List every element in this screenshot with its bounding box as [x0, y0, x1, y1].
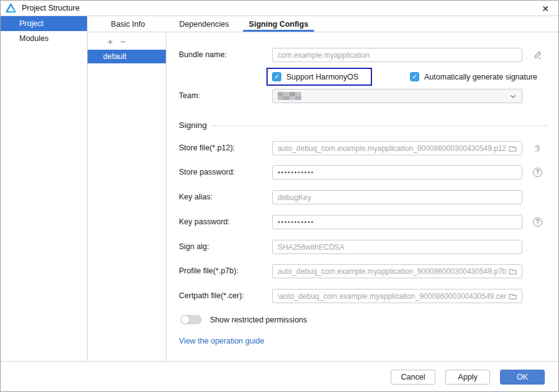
- store-password-input[interactable]: •••••••••••: [272, 165, 522, 180]
- key-password-label: Key password:: [179, 215, 230, 229]
- sidebar-item-modules[interactable]: Modules: [1, 31, 87, 46]
- show-restricted-label: Show restricted permissions: [210, 313, 307, 327]
- folder-icon[interactable]: [509, 293, 517, 300]
- remove-config-button[interactable]: −: [120, 37, 126, 46]
- guide-link-row: View the operation guide: [166, 336, 559, 350]
- key-alias-value: debugKey: [278, 193, 311, 202]
- show-restricted-toggle[interactable]: [181, 315, 202, 324]
- add-config-button[interactable]: +: [107, 37, 113, 46]
- certpath-file-label: Certpath file(*.cer):: [179, 289, 244, 303]
- key-password-input[interactable]: •••••••••••: [272, 215, 522, 229]
- sign-alg-row: Sign alg: SHA256withECDSA: [166, 240, 559, 254]
- key-alias-row: Key alias: debugKey: [166, 190, 559, 204]
- apply-button[interactable]: Apply: [445, 370, 490, 385]
- tab-signing-configs[interactable]: Signing Configs: [243, 16, 314, 32]
- signing-section-header: Signing: [179, 121, 547, 130]
- certpath-file-input[interactable]: \auto_debuq_com.example.myapplication_90…: [272, 289, 522, 303]
- chevron-down-icon: [509, 93, 517, 100]
- profile-file-label: Profile file(*.p7b):: [179, 264, 239, 278]
- project-structure-dialog: Project Structure ✕ Project Modules Basi…: [0, 0, 559, 392]
- store-file-value: auto_debuq_com.example.myapplication_900…: [278, 144, 506, 153]
- profile-file-value: auto_debuq_com.example.myapplication_900…: [278, 267, 506, 276]
- support-harmonyos-label: Support HarmonyOS: [286, 73, 358, 81]
- key-password-row: Key password: •••••••••••: [166, 215, 559, 229]
- sign-alg-input[interactable]: SHA256withECDSA: [272, 240, 522, 254]
- title-bar: Project Structure ✕: [1, 1, 558, 16]
- profile-file-input[interactable]: auto_debuq_com.example.myapplication_900…: [272, 264, 522, 278]
- checkbox-row: ✓ Support HarmonyOS ✓ Automatically gene…: [166, 70, 559, 88]
- key-password-help-icon[interactable]: ?: [532, 217, 543, 227]
- section-divider: [212, 125, 547, 126]
- tab-dependencies[interactable]: Dependencies: [175, 16, 234, 32]
- team-value-redacted: [278, 92, 301, 100]
- key-password-value: •••••••••••: [278, 215, 314, 229]
- sign-alg-value: SHA256withECDSA: [278, 243, 344, 252]
- store-password-row: Store password: •••••••••••: [166, 165, 559, 180]
- team-row: Team:: [166, 89, 559, 103]
- store-password-help-icon[interactable]: ?: [532, 167, 543, 178]
- sidebar-item-project[interactable]: Project: [1, 16, 87, 31]
- dialog-footer: Cancel Apply OK: [1, 361, 558, 392]
- signing-section-title: Signing: [179, 121, 207, 130]
- signing-config-list: + − default: [88, 32, 166, 361]
- close-icon[interactable]: ✕: [539, 2, 552, 14]
- window-title: Project Structure: [22, 4, 80, 12]
- toggle-knob: [181, 316, 189, 324]
- ok-button[interactable]: OK: [500, 370, 545, 385]
- store-file-input[interactable]: auto_debuq_com.example.myapplication_900…: [272, 141, 522, 155]
- cancel-button[interactable]: Cancel: [391, 370, 435, 385]
- sign-alg-label: Sign alg:: [179, 240, 209, 254]
- key-alias-input[interactable]: debugKey: [272, 190, 522, 204]
- support-harmonyos-highlight: ✓ Support HarmonyOS: [266, 68, 372, 86]
- support-harmonyos-checkbox[interactable]: ✓: [272, 72, 281, 81]
- auto-signature-checkbox[interactable]: ✓: [410, 72, 419, 81]
- team-dropdown[interactable]: [272, 89, 522, 103]
- certpath-file-row: Certpath file(*.cer): \auto_debuq_com.ex…: [166, 289, 559, 303]
- auto-signature-label: Automatically generate signature: [424, 73, 537, 81]
- bundle-name-input[interactable]: com.example.myapplication: [272, 48, 522, 62]
- store-password-label: Store password:: [179, 165, 235, 180]
- signing-config-form: Bundle name: com.example.myapplication ✓…: [166, 32, 559, 361]
- deveco-logo-icon: [6, 3, 16, 14]
- bundle-name-label: Bundle name:: [179, 48, 227, 62]
- fingerprint-icon[interactable]: [532, 142, 542, 153]
- edit-pencil-icon[interactable]: [532, 50, 543, 60]
- restricted-permissions-row: Show restricted permissions: [166, 313, 559, 327]
- team-label: Team:: [179, 89, 200, 103]
- operation-guide-link[interactable]: View the operation guide: [179, 336, 264, 346]
- config-list-toolbar: + −: [88, 32, 166, 50]
- key-alias-label: Key alias:: [179, 190, 212, 204]
- bundle-name-value: com.example.myapplication: [278, 51, 370, 60]
- tab-bar: Basic Info Dependencies Signing Configs: [88, 16, 559, 32]
- config-item-default[interactable]: default: [88, 50, 166, 63]
- store-file-row: Store file(*.p12): auto_debuq_com.exampl…: [166, 141, 559, 155]
- certpath-file-value: \auto_debuq_com.example.myapplication_90…: [278, 292, 506, 301]
- sidebar: Project Modules: [1, 16, 88, 361]
- tab-basic-info[interactable]: Basic Info: [100, 16, 156, 32]
- folder-icon[interactable]: [509, 145, 517, 152]
- store-file-label: Store file(*.p12):: [179, 141, 235, 155]
- profile-file-row: Profile file(*.p7b): auto_debuq_com.exam…: [166, 264, 559, 278]
- store-password-value: •••••••••••: [278, 165, 314, 180]
- auto-signature-group: ✓ Automatically generate signature: [410, 68, 537, 86]
- folder-icon[interactable]: [509, 268, 517, 275]
- bundle-name-row: Bundle name: com.example.myapplication: [166, 48, 559, 62]
